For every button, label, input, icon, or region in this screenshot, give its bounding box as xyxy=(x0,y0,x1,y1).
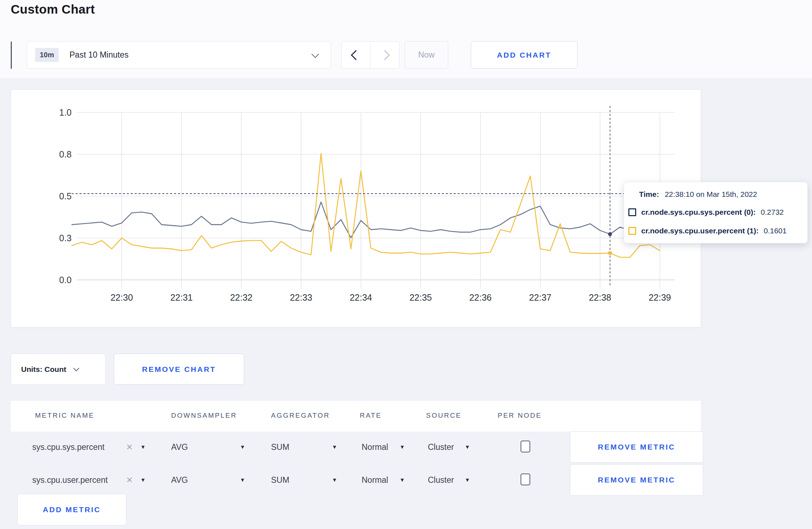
rate-select[interactable]: Normal xyxy=(362,442,388,452)
tooltip-series-value: 0.1601 xyxy=(764,227,787,235)
time-range-select[interactable]: 10m Past 10 Minutes xyxy=(27,41,331,69)
table-row: sys.cpu.sys.percent ✕ ▼ AVG ▼ SUM ▼ Norm… xyxy=(11,431,701,464)
rate-dropdown-icon[interactable]: ▼ xyxy=(400,477,405,483)
col-header-metric-name: METRIC NAME xyxy=(35,412,95,419)
tooltip-time-label: Time: xyxy=(639,190,659,198)
clear-metric-icon[interactable]: ✕ xyxy=(126,475,133,485)
tooltip-series-label: cr.node.sys.cpu.sys.percent (0): xyxy=(641,208,756,217)
table-row: sys.cpu.user.percent ✕ ▼ AVG ▼ SUM ▼ Nor… xyxy=(11,464,701,497)
col-header-per-node: PER NODE xyxy=(498,412,542,419)
downsampler-select[interactable]: AVG xyxy=(171,442,188,452)
col-header-rate: RATE xyxy=(360,412,382,419)
time-next-button[interactable] xyxy=(370,42,399,68)
chart-panel[interactable] xyxy=(11,89,701,327)
rate-dropdown-icon[interactable]: ▼ xyxy=(400,444,405,450)
source-dropdown-icon[interactable]: ▼ xyxy=(465,477,470,483)
time-prev-button[interactable] xyxy=(342,42,370,68)
per-node-checkbox[interactable] xyxy=(521,441,530,452)
metric-table-header: METRIC NAME DOWNSAMPLER AGGREGATOR RATE … xyxy=(11,401,701,432)
col-header-downsampler: DOWNSAMPLER xyxy=(171,412,237,419)
time-range-badge: 10m xyxy=(35,48,59,62)
add-metric-button[interactable]: ADD METRIC xyxy=(17,494,126,525)
page-title: Custom Chart xyxy=(11,2,95,16)
source-dropdown-icon[interactable]: ▼ xyxy=(465,444,470,450)
remove-chart-button[interactable]: REMOVE CHART xyxy=(114,354,244,385)
aggregator-dropdown-icon[interactable]: ▼ xyxy=(332,444,337,450)
metric-dropdown-icon[interactable]: ▼ xyxy=(140,477,146,483)
now-button[interactable]: Now xyxy=(405,41,448,69)
aggregator-select[interactable]: SUM xyxy=(271,475,289,485)
tooltip-series-label: cr.node.sys.cpu.user.percent (1): xyxy=(641,227,759,235)
clear-metric-icon[interactable]: ✕ xyxy=(126,442,133,452)
chevron-down-icon xyxy=(311,50,319,58)
aggregator-select[interactable]: SUM xyxy=(271,442,289,452)
col-header-source: SOURCE xyxy=(426,412,461,419)
metric-dropdown-icon[interactable]: ▼ xyxy=(140,444,146,450)
remove-metric-button[interactable]: REMOVE METRIC xyxy=(570,464,703,496)
chevron-right-icon xyxy=(380,50,390,60)
downsampler-dropdown-icon[interactable]: ▼ xyxy=(240,444,245,450)
time-range-label: Past 10 Minutes xyxy=(69,50,129,60)
page-header: Custom Chart 10m Past 10 Minutes Now ADD… xyxy=(0,0,812,78)
rate-select[interactable]: Normal xyxy=(362,475,388,485)
aggregator-dropdown-icon[interactable]: ▼ xyxy=(332,477,337,483)
downsampler-select[interactable]: AVG xyxy=(171,475,188,485)
tooltip-time-value: 22:38:10 on Mar 15th, 2022 xyxy=(665,190,757,198)
chart-tooltip: Time:22:38:10 on Mar 15th, 2022 cr.node.… xyxy=(624,182,808,243)
per-node-checkbox[interactable] xyxy=(521,474,530,485)
chevron-left-icon xyxy=(351,50,361,60)
series-swatch-icon xyxy=(628,208,636,216)
tooltip-series-row: cr.node.sys.cpu.user.percent (1): 0.1601 xyxy=(628,227,787,235)
chevron-down-icon xyxy=(73,365,79,371)
units-label: Units: Count xyxy=(21,365,66,374)
source-select[interactable]: Cluster xyxy=(428,442,454,452)
tooltip-time-row: Time:22:38:10 on Mar 15th, 2022 xyxy=(639,190,757,199)
time-pager xyxy=(341,41,400,69)
metric-name-value: sys.cpu.user.percent xyxy=(32,475,108,485)
metric-name-value: sys.cpu.sys.percent xyxy=(32,442,105,452)
remove-metric-button[interactable]: REMOVE METRIC xyxy=(570,431,703,463)
tooltip-series-row: cr.node.sys.cpu.sys.percent (0): 0.2732 xyxy=(628,208,784,217)
downsampler-dropdown-icon[interactable]: ▼ xyxy=(240,477,245,483)
units-select[interactable]: Units: Count xyxy=(11,354,106,385)
tooltip-series-value: 0.2732 xyxy=(761,208,784,217)
source-select[interactable]: Cluster xyxy=(428,475,454,485)
series-swatch-icon xyxy=(628,227,636,235)
toolbar-left-rule xyxy=(11,42,12,69)
col-header-aggregator: AGGREGATOR xyxy=(271,412,330,419)
add-chart-button[interactable]: ADD CHART xyxy=(471,41,577,69)
